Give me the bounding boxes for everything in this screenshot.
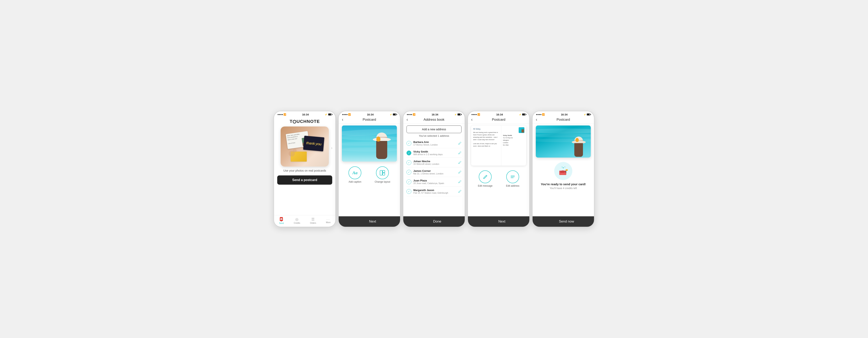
check-juan: ✓ — [406, 179, 411, 184]
edit-vicky[interactable]: 🖊 — [458, 151, 462, 155]
status-bar-5: 📶 16:34 ⚡ — [533, 111, 594, 117]
dot4 — [282, 114, 283, 115]
change-layout-action[interactable]: Change layout — [375, 166, 390, 183]
nav-header-4: ‹ Postcard — [468, 117, 529, 124]
edit-johan[interactable]: 🖊 — [458, 161, 462, 164]
hero-subtitle: Use your photos on real postcards — [283, 169, 326, 172]
back-button-2[interactable]: ‹ — [342, 117, 343, 122]
time-3: 16:34 — [432, 113, 438, 116]
person-final — [572, 137, 586, 158]
send-now-button[interactable]: Send now — [533, 216, 594, 227]
nav-send-label: Send — [279, 222, 284, 224]
info-james: James Corner flat 22, 1 Elmira street, L… — [413, 169, 456, 175]
screen-4-preview: 📶 16:34 ⚡ ‹ Postcard Hi Vicky, We are ha… — [467, 111, 530, 227]
edit-message-label: Edit message — [478, 184, 493, 187]
addr-line1: 72-74 Paul St — [503, 137, 525, 139]
nav-item-more[interactable]: ··· More — [326, 218, 331, 224]
name-barbara: Barbara Ann — [413, 140, 456, 143]
wifi-5: 📶 — [542, 113, 545, 116]
wifi-3: 📶 — [413, 113, 415, 116]
nav-credits-label: Credits — [294, 222, 300, 224]
svg-rect-8 — [566, 169, 568, 171]
more-nav-icon: ··· — [327, 218, 330, 221]
signal-area-2: 📶 — [342, 113, 351, 116]
info-johan: Johan Nieche 16 Welcroft street, London — [413, 160, 456, 165]
address-item-barbara[interactable]: ✓ Barbara Ann 17 Bonny Street, London 🖊 — [406, 138, 462, 148]
pool-final — [536, 126, 591, 158]
send-nav-icon: 📮 — [279, 217, 284, 222]
hero-image: Dear Jane and Mike,How wonderful itwas t… — [281, 127, 329, 167]
wifi-2: 📶 — [348, 113, 351, 116]
signal-area: 📶 — [278, 113, 286, 116]
address-item-james[interactable]: ✓ James Corner flat 22, 1 Elmira street,… — [406, 167, 462, 177]
credits-text: You'll have 4 credits left — [550, 187, 577, 190]
screen4-next-button[interactable]: Next — [468, 216, 530, 227]
layout-circle — [376, 166, 389, 179]
back-button-3[interactable]: ‹ — [406, 117, 408, 122]
nav-item-credits[interactable]: ◎ Credits — [294, 217, 300, 224]
edit-msg-circle — [479, 170, 492, 183]
battery-4 — [522, 113, 526, 115]
address-item-juan[interactable]: ✓ Juan Plaza 33 Jose road, Catalunya, Sp… — [406, 177, 462, 187]
detail-johan: 16 Welcroft street, London — [413, 163, 456, 165]
signal-4: 📶 — [471, 113, 480, 116]
edit-message-action[interactable]: Edit message — [478, 170, 493, 187]
add-address-button[interactable]: Add a new address — [406, 126, 462, 133]
message-body: We are having such a great time in here!… — [473, 131, 499, 141]
time-4: 16:34 — [496, 113, 503, 116]
addr-line4: N1 4NA — [503, 144, 525, 146]
detail-vicky: Will arrive in 1-2 working days — [413, 153, 456, 156]
nav-header-5: ‹ Postcard — [533, 117, 594, 124]
svg-rect-2 — [382, 173, 385, 175]
screen5-title: Postcard — [556, 118, 570, 122]
postcard-photo-preview — [342, 126, 397, 162]
screen4-main: Hi Vicky, We are having such a great tim… — [468, 124, 529, 216]
screen3-title: Address book — [424, 118, 444, 122]
back-button-4[interactable]: ‹ — [471, 117, 472, 122]
address-list: ✓ Barbara Ann 17 Bonny Street, London 🖊 … — [403, 138, 465, 216]
held-object — [376, 137, 380, 141]
stamp — [519, 127, 525, 133]
send-postcard-button[interactable]: Send a postcard — [277, 175, 332, 184]
hero-inner: Dear Jane and Mike,How wonderful itwas t… — [281, 127, 329, 167]
screen5-main: You're ready to send your card! You'll h… — [533, 124, 594, 216]
back-button-5[interactable]: ‹ — [536, 117, 537, 122]
detail-james: flat 22, 1 Elmira street, London — [413, 172, 456, 175]
info-juan: Juan Plaza 33 Jose road, Catalunya, Spai… — [413, 179, 456, 184]
caption-label: Add caption — [348, 180, 361, 183]
screen2-next-button[interactable]: Next — [339, 216, 401, 227]
edit-juan[interactable]: 🖊 — [458, 180, 462, 183]
action-row: Aa Add caption Change layout — [342, 165, 397, 187]
nav-item-orders[interactable]: ☰ Orders — [310, 217, 316, 224]
svg-rect-1 — [382, 170, 385, 173]
svg-point-12 — [562, 167, 562, 167]
screen2-main: Aa Add caption Change layout — [339, 124, 400, 216]
carousel-next-arrow[interactable]: › — [331, 145, 333, 150]
name-margareth: Margareth Jason — [413, 189, 456, 192]
battery-3 — [458, 113, 461, 115]
edit-margareth[interactable]: 🖊 — [458, 190, 462, 193]
screen3-done-button[interactable]: Done — [403, 216, 465, 227]
svg-point-11 — [564, 167, 565, 167]
edit-james[interactable]: 🖊 — [458, 170, 462, 174]
address-item-vicky[interactable]: ✓ Vicky Smith Will arrive in 1-2 working… — [406, 148, 462, 158]
edit-barbara[interactable]: 🖊 — [458, 141, 462, 145]
nav-more-label: More — [326, 221, 331, 224]
screen-5-send: 📶 16:34 ⚡ ‹ Postcard — [532, 111, 594, 227]
app-logo: TUCHNOTE — [290, 119, 320, 124]
bluetooth-icon: ⚡ — [324, 113, 328, 116]
edit-address-action[interactable]: Edit address — [506, 170, 520, 187]
addr-line3: London — [503, 141, 525, 144]
screens-container: 📶 16:34 ⚡ TUCHNOTE Dear Jane and Mike — [274, 111, 594, 227]
address-item-margareth[interactable]: ✓ Margareth Jason Flat 14, 57 Station ro… — [406, 187, 462, 196]
add-caption-action[interactable]: Aa Add caption — [348, 166, 361, 183]
nav-header-2: ‹ Postcard — [339, 117, 400, 124]
addr-line2: Islington — [503, 139, 525, 141]
nav-item-send[interactable]: 📮 Send — [279, 217, 284, 224]
screen-1-home: 📶 16:34 ⚡ TUCHNOTE Dear Jane and Mike — [274, 111, 336, 227]
name-james: James Corner — [413, 169, 456, 172]
screen3-main: Add a new address You've selected 1 addr… — [403, 124, 465, 216]
screen2-title: Postcard — [363, 118, 376, 122]
check-johan: ✓ — [406, 160, 411, 165]
address-item-johan[interactable]: ✓ Johan Nieche 16 Welcroft street, Londo… — [406, 158, 462, 167]
